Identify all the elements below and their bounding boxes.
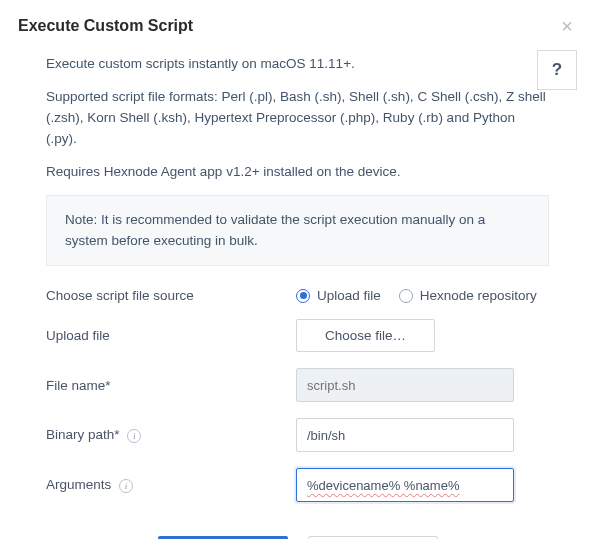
binary-path-text: Binary path* [46, 427, 120, 442]
binary-path-input[interactable] [296, 418, 514, 452]
arguments-text: Arguments [46, 477, 111, 492]
radio-upload-file[interactable]: Upload file [296, 288, 381, 303]
choose-file-button[interactable]: Choose file… [296, 319, 435, 352]
note-box: Note: It is recommended to validate the … [46, 195, 549, 267]
radio-repo-label: Hexnode repository [420, 288, 537, 303]
label-source: Choose script file source [46, 288, 296, 303]
modal-title: Execute Custom Script [18, 17, 193, 35]
modal-footer: Execute Cancel [46, 518, 549, 539]
radio-upload-label: Upload file [317, 288, 381, 303]
intro-line-3: Requires Hexnode Agent app v1.2+ install… [46, 162, 549, 183]
label-arguments: Arguments i [46, 477, 296, 493]
arguments-value: %devicename% %name% [307, 478, 459, 493]
radio-dot-icon [399, 289, 413, 303]
intro-line-2: Supported script file formats: Perl (.pl… [46, 87, 549, 150]
row-upload-file: Upload file Choose file… [46, 319, 549, 352]
row-binary-path: Binary path* i [46, 418, 549, 452]
modal-header: Execute Custom Script × [0, 0, 595, 48]
source-options: Upload file Hexnode repository [296, 288, 549, 303]
close-icon: × [561, 15, 573, 37]
help-icon: ? [552, 60, 562, 79]
close-button[interactable]: × [557, 16, 577, 36]
filename-input [296, 368, 514, 402]
label-filename: File name* [46, 378, 296, 393]
intro-text: Execute custom scripts instantly on macO… [46, 54, 549, 183]
radio-hexnode-repo[interactable]: Hexnode repository [399, 288, 537, 303]
label-binary-path: Binary path* i [46, 427, 296, 443]
row-source: Choose script file source Upload file He… [46, 288, 549, 303]
arguments-input[interactable]: %devicename% %name% [296, 468, 514, 502]
label-upload-file: Upload file [46, 328, 296, 343]
help-button[interactable]: ? [537, 50, 577, 90]
info-icon[interactable]: i [119, 479, 133, 493]
info-icon[interactable]: i [127, 429, 141, 443]
execute-script-modal: Execute Custom Script × ? Execute custom… [0, 0, 595, 539]
row-filename: File name* [46, 368, 549, 402]
radio-dot-icon [296, 289, 310, 303]
intro-line-1: Execute custom scripts instantly on macO… [46, 54, 549, 75]
modal-body: ? Execute custom scripts instantly on ma… [0, 48, 595, 539]
row-arguments: Arguments i %devicename% %name% [46, 468, 549, 502]
